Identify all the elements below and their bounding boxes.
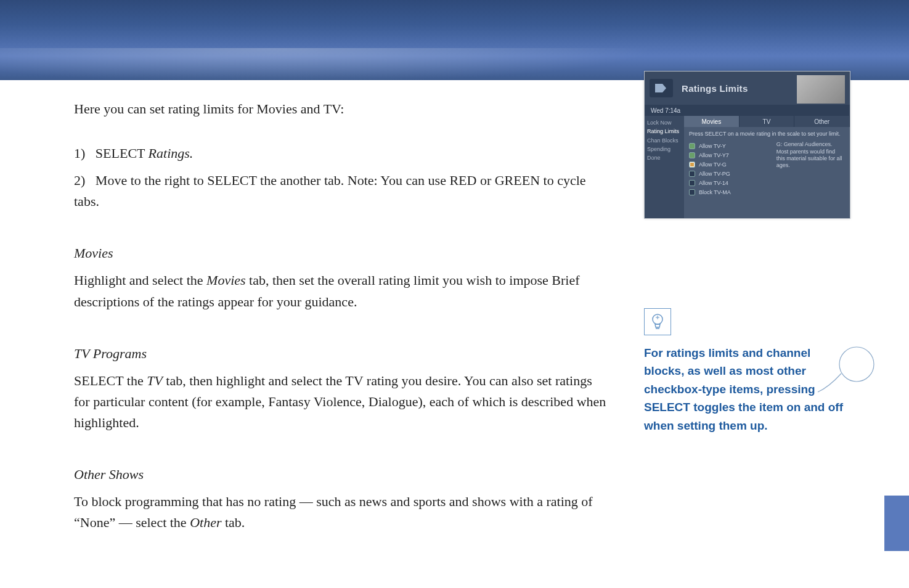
preview-thumbnail — [797, 75, 845, 104]
step-2: 2) Move to the right to SELECT the anoth… — [74, 170, 610, 212]
lock-selected-icon — [689, 161, 695, 168]
screenshot-header: Ratings Limits — [645, 71, 850, 105]
directv-logo-icon — [650, 79, 673, 97]
row-label: Allow TV-Y7 — [699, 152, 729, 158]
page-header-banner — [0, 0, 909, 80]
ratings-limits-screenshot: Ratings Limits Wed 7:14a Lock Now Rating… — [644, 71, 850, 219]
tv-heading: TV Programs — [74, 343, 610, 364]
lock-closed-icon — [689, 171, 695, 177]
other-paragraph: To block programming that has no rating … — [74, 491, 610, 533]
other-heading: Other Shows — [74, 464, 610, 485]
other-p-b: tab. — [221, 515, 245, 530]
tab-other: Other — [794, 116, 850, 127]
sidebar-chan-blocks: Chan Blocks — [647, 137, 682, 144]
other-p-em: Other — [190, 515, 221, 530]
step-1-emph: Ratings. — [149, 145, 194, 161]
movies-p-a: Highlight and select the — [74, 272, 206, 288]
list-item: Allow TV-14 — [689, 178, 773, 187]
row-label: Allow TV-Y — [699, 143, 726, 149]
sidebar-lock-now: Lock Now — [647, 120, 682, 126]
screenshot-main: Movies TV Other Press SELECT on a movie … — [684, 116, 850, 218]
lock-open-icon — [689, 143, 695, 149]
lock-closed-icon — [689, 189, 695, 195]
list-item: Allow TV-Y — [689, 141, 773, 150]
callout-balloon-icon — [810, 343, 878, 401]
svg-point-2 — [839, 347, 874, 382]
step-1: 1) SELECT Ratings. — [74, 143, 610, 164]
intro-text: Here you can set rating limits for Movie… — [74, 99, 610, 120]
list-item: Allow TV-G — [689, 160, 773, 169]
screenshot-tabs: Movies TV Other — [684, 116, 850, 127]
page-edge-tab — [884, 496, 909, 551]
screenshot-time: Wed 7:14a — [645, 105, 850, 116]
movies-paragraph: Highlight and select the Movies tab, the… — [74, 270, 610, 312]
tab-movies: Movies — [684, 116, 740, 127]
rating-description: G: General Audiences. Most parents would… — [773, 141, 845, 197]
screenshot-instruction: Press SELECT on a movie rating in the sc… — [684, 127, 850, 141]
sidebar-rating-limits: Rating Limits — [647, 128, 682, 134]
tv-paragraph: SELECT the TV tab, then highlight and se… — [74, 370, 610, 433]
list-item: Block TV-MA — [689, 187, 773, 197]
row-label: Allow TV-G — [699, 161, 727, 168]
tv-p-a: SELECT the — [74, 373, 147, 388]
row-label: Allow TV-14 — [699, 180, 728, 186]
row-label: Allow TV-PG — [699, 171, 730, 177]
list-item: Allow TV-Y7 — [689, 150, 773, 160]
tv-p-em: TV — [147, 373, 163, 388]
sidebar-done: Done — [647, 155, 682, 161]
lightbulb-icon — [644, 308, 671, 335]
tab-tv: TV — [740, 116, 795, 127]
body-text-column: Here you can set rating limits for Movie… — [74, 99, 610, 539]
ratings-list: Allow TV-Y Allow TV-Y7 Allow TV-G Allow … — [689, 141, 773, 197]
row-label: Block TV-MA — [699, 189, 731, 195]
other-p-a: To block programming that has no rating … — [74, 494, 593, 530]
lock-open-icon — [689, 152, 695, 158]
step-1-prefix: 1) SELECT — [74, 145, 149, 161]
lock-closed-icon — [689, 180, 695, 186]
screenshot-sidebar: Lock Now Rating Limits Chan Blocks Spend… — [645, 116, 684, 218]
movies-heading: Movies — [74, 243, 610, 264]
screenshot-title: Ratings Limits — [682, 83, 748, 94]
sidebar-spending: Spending — [647, 146, 682, 152]
list-item: Allow TV-PG — [689, 169, 773, 178]
movies-p-em: Movies — [206, 272, 246, 288]
